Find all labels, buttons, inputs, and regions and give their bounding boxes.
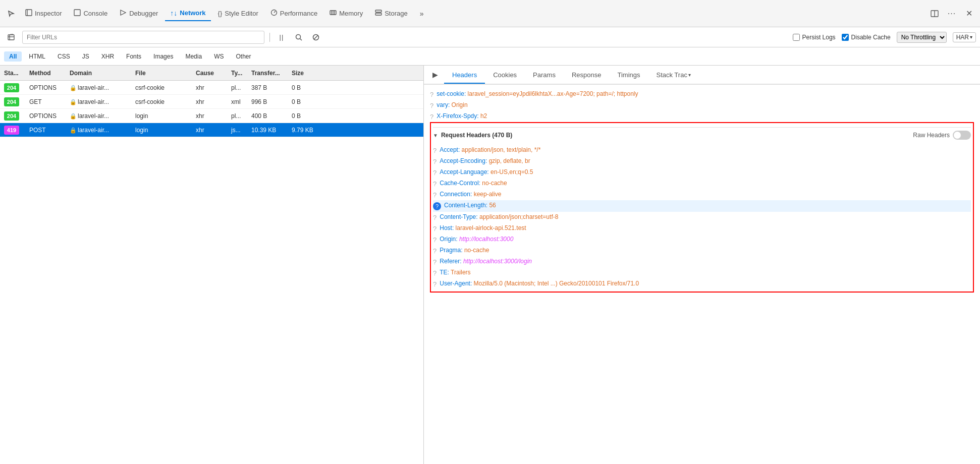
header-text: Content-Type: application/json;charset=u… <box>440 213 558 220</box>
header-help-icon[interactable]: ? <box>433 269 437 277</box>
pick-tool-icon[interactable] <box>4 7 18 21</box>
har-dropdown[interactable]: HAR ▾ <box>953 32 976 42</box>
persist-logs-label: Persist Logs <box>802 34 836 41</box>
type-btn-ws[interactable]: WS <box>209 51 229 62</box>
tab-style-editor[interactable]: {} Style Editor <box>213 7 263 20</box>
header-help-icon[interactable]: ? <box>433 280 437 288</box>
search-requests-icon[interactable] <box>292 31 305 44</box>
debugger-icon <box>120 9 127 18</box>
header-help-icon[interactable]: ? <box>433 169 437 177</box>
disable-cache-checkbox[interactable]: Disable Cache <box>842 34 891 41</box>
clear-requests-icon[interactable] <box>4 30 18 44</box>
type-btn-css[interactable]: CSS <box>52 51 75 62</box>
table-row[interactable]: 419 POST 🔒laravel-air... login xhr js...… <box>0 123 423 137</box>
split-pane-icon[interactable] <box>928 7 942 21</box>
header-help-icon[interactable]: ? <box>433 202 441 210</box>
tab-network[interactable]: ↑↓ Network <box>165 6 210 21</box>
type-btn-all[interactable]: All <box>4 51 22 62</box>
type-btn-media[interactable]: Media <box>180 51 207 62</box>
cell-cause: xhr <box>194 98 229 105</box>
tab-storage[interactable]: Storage <box>370 6 413 21</box>
lock-icon: 🔒 <box>70 113 77 119</box>
col-header-domain: Domain <box>68 70 133 77</box>
cell-status: 204 <box>2 97 27 106</box>
header-help-icon[interactable]: ? <box>433 258 437 266</box>
col-header-size: Size <box>290 70 320 77</box>
performance-label: Performance <box>280 10 317 17</box>
lock-icon: 🔒 <box>70 85 77 91</box>
filter-options: Persist Logs Disable Cache No Throttling… <box>793 32 976 43</box>
header-help-icon[interactable]: ? <box>430 113 433 121</box>
tab-performance[interactable]: Performance <box>265 6 322 21</box>
header-help-icon[interactable]: ? <box>433 191 437 199</box>
section-title[interactable]: ▼ Request Headers (470 B) <box>433 132 512 139</box>
col-header-method: Method <box>27 70 68 77</box>
header-help-icon[interactable]: ? <box>430 91 433 98</box>
header-help-icon[interactable]: ? <box>430 102 433 109</box>
close-devtools-icon[interactable]: ✕ <box>962 7 976 21</box>
type-btn-xhr[interactable]: XHR <box>96 51 119 62</box>
block-requests-icon[interactable] <box>309 31 322 44</box>
storage-icon <box>375 9 382 18</box>
raw-headers-toggle[interactable]: Raw Headers <box>913 131 971 140</box>
url-filter-input[interactable] <box>22 31 264 44</box>
header-key: Content-Length: <box>444 202 487 209</box>
tab-params[interactable]: Params <box>525 67 564 84</box>
tab-headers[interactable]: Headers <box>444 67 485 84</box>
col-header-cause: Cause <box>194 70 229 77</box>
tab-more[interactable]: » <box>415 7 429 21</box>
pause-recording-icon[interactable]: || <box>275 31 288 44</box>
header-help-icon[interactable]: ? <box>433 225 437 233</box>
header-text: Origin: http://localhost:3000 <box>440 236 513 243</box>
tab-response[interactable]: Response <box>564 67 610 84</box>
header-help-icon[interactable]: ? <box>433 236 437 244</box>
tab-debugger[interactable]: Debugger <box>115 6 163 21</box>
cell-size: 9.79 KB <box>290 127 320 134</box>
type-btn-other[interactable]: Other <box>231 51 256 62</box>
header-help-icon[interactable]: ? <box>433 147 437 154</box>
persist-logs-checkbox[interactable]: Persist Logs <box>793 34 836 41</box>
tab-cookies[interactable]: Cookies <box>485 67 525 84</box>
svg-point-18 <box>296 34 301 39</box>
header-help-icon[interactable]: ? <box>433 214 437 221</box>
header-value: 56 <box>489 202 496 209</box>
header-help-icon[interactable]: ? <box>433 247 437 255</box>
header-value: no-cache <box>482 180 507 187</box>
header-value: http://localhost:3000 <box>459 236 513 243</box>
har-label: HAR <box>956 34 969 41</box>
section-title-text: Request Headers (470 B) <box>441 132 512 139</box>
tab-inspector[interactable]: Inspector <box>20 6 67 21</box>
headers-panel: ▶ Headers Cookies Params Response Timing… <box>424 66 980 464</box>
header-value: application/json, text/plain, */* <box>462 146 541 153</box>
cell-size: 0 B <box>290 98 320 105</box>
type-btn-images[interactable]: Images <box>148 51 178 62</box>
ellipsis-menu-icon[interactable]: ··· <box>945 7 959 21</box>
tab-stack-trace[interactable]: Stack Trac ▾ <box>648 67 698 84</box>
svg-rect-2 <box>74 10 80 16</box>
type-btn-fonts[interactable]: Fonts <box>121 51 146 62</box>
header-key: Accept-Encoding: <box>440 157 487 164</box>
raw-headers-toggle-switch[interactable] <box>953 131 971 140</box>
inspector-icon <box>25 9 32 18</box>
header-help-icon[interactable]: ? <box>433 180 437 188</box>
table-row[interactable]: 204 OPTIONS 🔒laravel-air... login xhr pl… <box>0 109 423 123</box>
cell-transfer: 996 B <box>249 98 290 105</box>
play-icon: ▶ <box>432 71 438 79</box>
table-row[interactable]: 204 GET 🔒laravel-air... csrf-cookie xhr … <box>0 95 423 109</box>
memory-label: Memory <box>339 10 363 17</box>
request-header-item: ? Accept-Language: en-US,en;q=0.5 <box>433 167 971 178</box>
header-help-icon[interactable]: ? <box>433 158 437 165</box>
type-btn-js[interactable]: JS <box>77 51 94 62</box>
tab-console[interactable]: Console <box>69 6 113 21</box>
throttle-select[interactable]: No Throttling <box>897 32 947 43</box>
cell-method: OPTIONS <box>27 112 68 120</box>
tab-memory[interactable]: Memory <box>324 6 368 21</box>
tab-timings[interactable]: Timings <box>609 67 648 84</box>
type-btn-html[interactable]: HTML <box>24 51 50 62</box>
header-text: Host: laravel-airlock-api.521.test <box>440 224 526 231</box>
table-row[interactable]: 204 OPTIONS 🔒laravel-air... csrf-cookie … <box>0 81 423 95</box>
main-area: Sta... Method Domain File Cause Ty... Tr… <box>0 66 980 464</box>
header-text: Accept: application/json, text/plain, */… <box>440 146 540 153</box>
request-header-item: ? Content-Type: application/json;charset… <box>433 212 971 223</box>
svg-rect-9 <box>375 10 382 12</box>
